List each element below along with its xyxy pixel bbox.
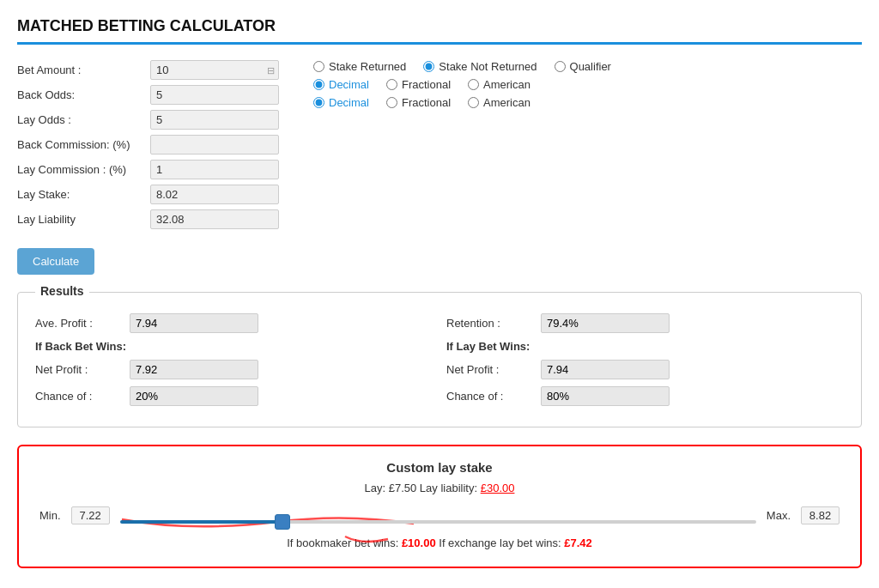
qualifier-option[interactable]: Qualifier [555,60,611,73]
stake-radio-row: Stake Returned Stake Not Returned Qualif… [313,60,862,73]
lay-stake-label: Lay Stake: [17,188,150,201]
lay-american-option[interactable]: American [468,96,530,109]
stake-not-returned-label: Stake Not Returned [439,60,536,73]
form-fields: Bet Amount : ⊟ Back Odds: Lay Odds : Bac… [17,60,279,234]
back-american-label: American [483,78,530,91]
lay-american-label: American [483,96,530,109]
back-bet-wins-heading: If Back Bet Wins: [35,340,433,353]
bet-amount-label: Bet Amount : [17,64,150,76]
qualifier-label: Qualifier [570,60,611,73]
lay-fractional-option[interactable]: Fractional [386,96,451,109]
lay-net-profit-label: Net Profit : [446,363,541,376]
custom-lay-title: Custom lay stake [39,460,840,475]
back-odds-input[interactable] [150,85,279,105]
back-fractional-option[interactable]: Fractional [386,78,451,91]
lay-chance-value [541,386,670,406]
results-section: Results Ave. Profit : If Back Bet Wins: … [17,292,862,427]
min-value: 7.22 [71,506,110,524]
custom-lay-section: Custom lay stake Lay: £7.50 Lay liabilit… [17,445,862,568]
lay-info: Lay: £7.50 Lay liability: £30.00 [39,482,840,494]
lay-odds-label: Lay Odds : [17,113,150,126]
ave-profit-label: Ave. Profit : [35,317,130,330]
back-chance-value [130,386,258,406]
ave-profit-value [130,313,258,333]
back-odds-label: Back Odds: [17,88,150,101]
lay-odds-format-row: Decimal Fractional American [313,96,862,109]
calculate-button[interactable]: Calculate [17,248,94,275]
min-label: Min. [39,509,61,522]
max-label: Max. [767,509,791,522]
back-decimal-label: Decimal [329,78,369,91]
stake-returned-label: Stake Returned [329,60,406,73]
lay-odds-input[interactable] [150,110,279,130]
retention-value [541,313,670,333]
back-american-option[interactable]: American [468,78,530,91]
lay-chance-label: Chance of : [446,390,541,403]
slider-track[interactable] [120,513,756,518]
lay-liability-input[interactable] [150,209,279,229]
max-value: 8.82 [801,506,840,524]
blue-divider [17,42,862,45]
back-odds-format-row: Decimal Fractional American [313,78,862,91]
lay-fractional-label: Fractional [402,96,451,109]
stake-returned-option[interactable]: Stake Returned [313,60,406,73]
lay-net-profit-value [541,360,670,379]
lay-decimal-option[interactable]: Decimal [313,96,369,109]
lay-decimal-label: Decimal [329,96,369,109]
back-net-profit-value [130,360,258,379]
win-info-prefix: If bookmaker bet wins: [287,536,398,549]
win-info-exchange-prefix: If exchange lay bet wins: [439,536,561,549]
lay-liability-label: Lay Liability [17,213,150,226]
lay-bet-wins-heading: If Lay Bet Wins: [446,340,844,353]
bet-amount-icon: ⊟ [267,64,275,76]
back-fractional-label: Fractional [402,78,451,91]
results-left-col: Ave. Profit : If Back Bet Wins: Net Prof… [35,313,433,413]
back-net-profit-label: Net Profit : [35,363,130,376]
back-chance-label: Chance of : [35,390,130,403]
win-info-bookmaker: £10.00 [402,536,436,549]
lay-stake-input[interactable] [150,185,279,204]
bet-amount-input[interactable] [150,60,279,80]
slider-row: Min. 7.22 Max. 8.82 [39,506,840,524]
radio-options: Stake Returned Stake Not Returned Qualif… [313,60,862,234]
page-title: MATCHED BETTING CALCULATOR [17,17,862,35]
win-info: If bookmaker bet wins: £10.00 If exchang… [39,536,840,549]
win-info-exchange: £7.42 [564,536,592,549]
lay-stake-slider[interactable] [120,520,756,524]
back-commission-label: Back Commission: (%) [17,138,150,151]
lay-info-text: Lay: £7.50 Lay liability: [365,482,481,494]
retention-label: Retention : [446,317,541,330]
lay-commission-label: Lay Commission : (%) [17,163,150,176]
results-right-col: Retention : If Lay Bet Wins: Net Profit … [446,313,844,413]
lay-liability-highlight: £30.00 [481,482,515,494]
back-commission-input[interactable] [150,135,279,155]
stake-not-returned-option[interactable]: Stake Not Returned [423,60,536,73]
lay-commission-input[interactable] [150,160,279,179]
results-title: Results [35,284,89,298]
back-decimal-option[interactable]: Decimal [313,78,369,91]
